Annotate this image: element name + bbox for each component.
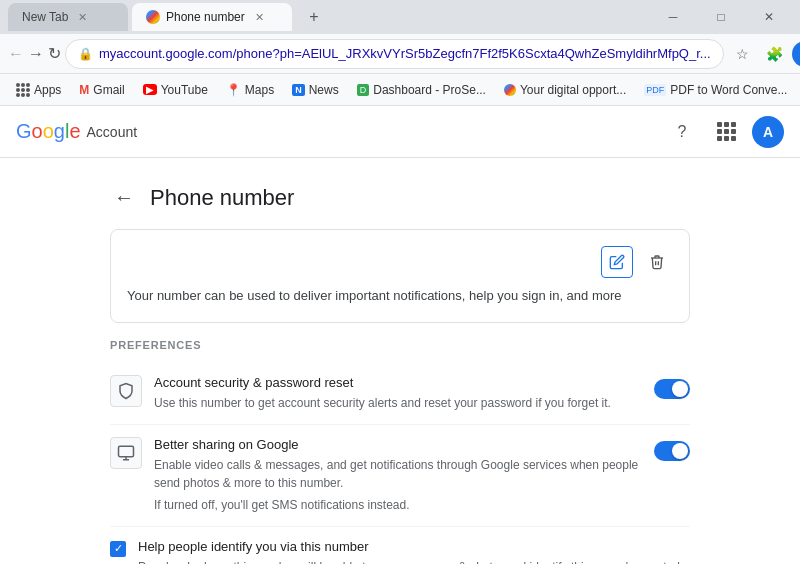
security-icon (110, 375, 142, 407)
close-button[interactable]: ✕ (746, 3, 792, 31)
header-icons: ? A (664, 114, 784, 150)
bookmark-pdf[interactable]: PDF PDF to Word Conve... (636, 79, 795, 101)
phone-actions (127, 246, 673, 278)
better-sharing-extra: If turned off, you'll get SMS notificati… (154, 496, 642, 514)
new-tab-button[interactable]: + (300, 3, 328, 31)
page-content: Google Account ? (0, 106, 800, 564)
identify-desc: People who have this number will be able… (138, 558, 690, 565)
account-security-item: Account security & password reset Use th… (110, 363, 690, 425)
maps-icon: 📍 (226, 83, 241, 97)
extensions-button[interactable]: 🧩 (760, 39, 790, 69)
tab-phone-label: Phone number (166, 10, 245, 24)
dashboard-label: Dashboard - ProSe... (373, 83, 486, 97)
bookmark-gmail[interactable]: M Gmail (71, 79, 132, 101)
better-sharing-item: Better sharing on Google Enable video ca… (110, 425, 690, 527)
refresh-button[interactable]: ↻ (48, 39, 61, 69)
bookmark-news[interactable]: N News (284, 79, 347, 101)
forward-button[interactable]: → (28, 39, 44, 69)
better-sharing-title: Better sharing on Google (154, 437, 642, 452)
identify-body: Help people identify you via this number… (138, 539, 690, 565)
g-favicon (146, 10, 160, 24)
youtube-icon: ▶ (143, 84, 157, 95)
google-wordmark: Google (16, 120, 81, 143)
svg-rect-0 (119, 446, 134, 457)
bookmark-youtube[interactable]: ▶ YouTube (135, 79, 216, 101)
address-text: myaccount.google.com/phone?ph=AElUL_JRXk… (99, 46, 711, 61)
main-content: ← Phone number (0, 158, 800, 564)
new-tab-label: New Tab (22, 10, 68, 24)
apps-label: Apps (34, 83, 61, 97)
delete-phone-button[interactable] (641, 246, 673, 278)
google-apps-button[interactable] (708, 114, 744, 150)
tab-close-new[interactable]: ✕ (74, 9, 91, 26)
nav-bar: ← → ↻ 🔒 myaccount.google.com/phone?ph=AE… (0, 34, 800, 74)
youtube-label: YouTube (161, 83, 208, 97)
identify-title: Help people identify you via this number (138, 539, 690, 554)
news-label: News (309, 83, 339, 97)
pdf-icon: PDF (644, 84, 666, 96)
back-button[interactable]: ← (8, 39, 24, 69)
account-security-body: Account security & password reset Use th… (154, 375, 642, 412)
tab-close-phone[interactable]: ✕ (251, 9, 268, 26)
back-arrow-button[interactable]: ← (110, 182, 138, 213)
preferences-label: PREFERENCES (110, 339, 690, 351)
window-controls: ─ □ ✕ (650, 3, 792, 31)
bookmark-dashboard[interactable]: D Dashboard - ProSe... (349, 79, 494, 101)
preferences-section: PREFERENCES Account security & password … (110, 339, 690, 565)
apps-grid-icon (16, 83, 30, 97)
gmail-label: Gmail (93, 83, 124, 97)
maps-label: Maps (245, 83, 274, 97)
tab-phone-number[interactable]: Phone number ✕ (132, 3, 292, 31)
page-title-row: ← Phone number (110, 182, 690, 213)
account-security-title: Account security & password reset (154, 375, 642, 390)
tab-new-tab[interactable]: New Tab ✕ (8, 3, 128, 31)
lock-icon: 🔒 (78, 47, 93, 61)
browser-frame: New Tab ✕ Phone number ✕ + ─ □ ✕ ← → ↻ 🔒… (0, 0, 800, 564)
google-favicon-icon (504, 84, 516, 96)
address-bar[interactable]: 🔒 myaccount.google.com/phone?ph=AElUL_JR… (65, 39, 724, 69)
help-button[interactable]: ? (664, 114, 700, 150)
page-title: Phone number (150, 185, 294, 211)
digital-label: Your digital opport... (520, 83, 626, 97)
maximize-button[interactable]: □ (698, 3, 744, 31)
bookmark-apps[interactable]: Apps (8, 79, 69, 101)
pdf-label: PDF to Word Conve... (670, 83, 787, 97)
title-bar: New Tab ✕ Phone number ✕ + ─ □ ✕ (0, 0, 800, 34)
phone-section: Your number can be used to deliver impor… (110, 229, 690, 323)
news-icon: N (292, 84, 305, 96)
better-sharing-body: Better sharing on Google Enable video ca… (154, 437, 642, 514)
account-label: Account (87, 124, 138, 140)
gmail-icon: M (79, 83, 89, 97)
bookmark-maps[interactable]: 📍 Maps (218, 79, 282, 101)
nav-icons: ☆ 🧩 A ⋮ (728, 39, 800, 69)
bookmark-star-button[interactable]: ☆ (728, 39, 758, 69)
profile-button[interactable]: A (792, 41, 800, 67)
google-account-header: Google Account ? (0, 106, 800, 158)
minimize-button[interactable]: ─ (650, 3, 696, 31)
bookmark-digital[interactable]: Your digital opport... (496, 79, 634, 101)
dashboard-icon: D (357, 84, 370, 96)
account-security-desc: Use this number to get account security … (154, 394, 642, 412)
identify-checkbox[interactable]: ✓ (110, 541, 126, 557)
better-sharing-desc: Enable video calls & messages, and get n… (154, 456, 642, 492)
bookmarks-bar: Apps M Gmail ▶ YouTube 📍 Maps N News D D… (0, 74, 800, 106)
google-account-logo: Google Account (16, 120, 137, 143)
phone-description: Your number can be used to deliver impor… (127, 286, 673, 306)
account-security-toggle[interactable] (654, 379, 690, 399)
identify-item: ✓ Help people identify you via this numb… (110, 527, 690, 565)
better-sharing-toggle[interactable] (654, 441, 690, 461)
sharing-icon (110, 437, 142, 469)
user-avatar[interactable]: A (752, 116, 784, 148)
edit-phone-button[interactable] (601, 246, 633, 278)
